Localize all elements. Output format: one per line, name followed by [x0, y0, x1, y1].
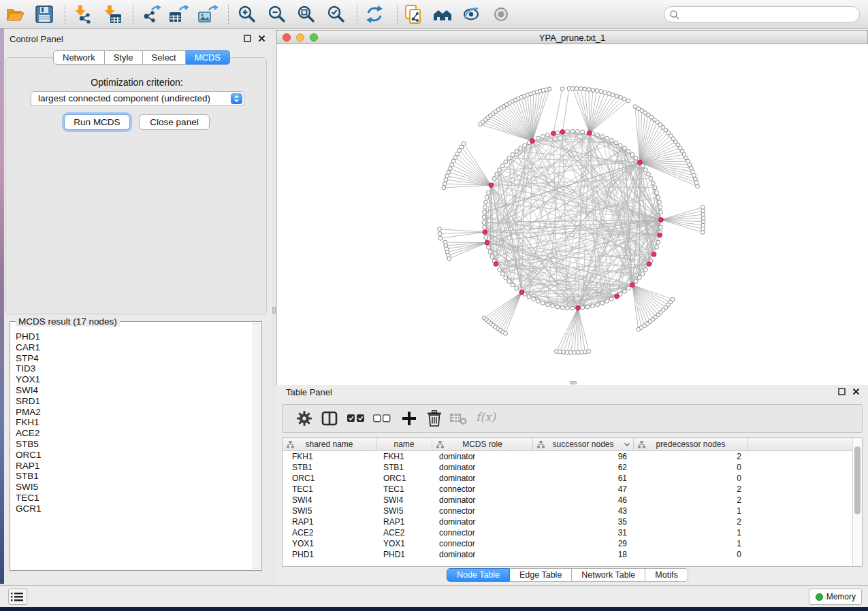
close-panel-button[interactable]: Close panel	[139, 114, 210, 130]
table-row[interactable]: RAP1RAP1dominator352	[283, 516, 852, 527]
table-row[interactable]: ACE2ACE2connector311	[283, 527, 852, 538]
zoom-out-icon[interactable]	[267, 4, 287, 24]
table-cell: 29	[533, 538, 634, 549]
network-manager-icon[interactable]	[432, 4, 453, 24]
export-image-icon[interactable]	[197, 4, 218, 24]
tab-node-table[interactable]: Node Table	[447, 568, 510, 582]
tab-motifs[interactable]: Motifs	[645, 568, 688, 582]
task-history-button[interactable]	[8, 589, 27, 605]
table-cell: TEC1	[376, 484, 432, 495]
mcds-result-box: MCDS result (17 nodes) PHD1CAR1STP4TID3Y…	[10, 321, 262, 571]
network-titlebar[interactable]: YPA_prune.txt_1	[276, 30, 868, 44]
mcds-result-item[interactable]: YOX1	[16, 374, 251, 385]
delete-table-icon[interactable]	[450, 413, 468, 428]
import-network-icon[interactable]	[73, 4, 93, 24]
zoom-in-icon[interactable]	[237, 4, 257, 24]
show-column-icon[interactable]	[321, 410, 338, 429]
mcds-result-item[interactable]: TID3	[16, 363, 251, 374]
search-input[interactable]	[664, 6, 860, 22]
mcds-result-item[interactable]: CAR1	[16, 342, 251, 353]
tab-select[interactable]: Select	[143, 50, 186, 65]
table-cell: ACE2	[376, 527, 432, 538]
close-panel-icon[interactable]	[258, 35, 266, 42]
table-scrollbar[interactable]	[852, 438, 862, 566]
open-file-icon[interactable]	[5, 4, 25, 24]
table-row[interactable]: ORC1ORC1dominator610	[283, 473, 852, 484]
select-all-icon[interactable]	[347, 414, 365, 426]
table-row[interactable]: YOX1YOX1connector291	[283, 538, 852, 549]
table-row[interactable]: STB1STB1dominator620	[283, 462, 852, 473]
memory-button[interactable]: Memory	[809, 589, 862, 605]
table-panel-title: Table Panel	[286, 387, 332, 397]
memory-status-icon	[816, 593, 823, 601]
mcds-result-item[interactable]: PHD1	[16, 331, 251, 342]
network-view[interactable]	[276, 44, 868, 385]
show-details-icon[interactable]	[492, 4, 512, 24]
table-cell: 46	[533, 495, 634, 506]
table-row[interactable]: PHD1PHD1dominator180	[283, 549, 852, 560]
clone-network-icon[interactable]	[403, 4, 423, 24]
zoom-selected-icon[interactable]	[326, 4, 347, 24]
refresh-icon[interactable]	[364, 4, 385, 24]
column-header-mcds-role[interactable]: MCDS role	[432, 438, 533, 451]
table-cell: connector	[432, 527, 533, 538]
table-cell: STB1	[283, 462, 376, 473]
close-table-panel-icon[interactable]	[852, 388, 860, 395]
deselect-all-icon[interactable]	[373, 414, 391, 426]
tab-edge-table[interactable]: Edge Table	[510, 568, 572, 582]
criterion-dropdown[interactable]: largest connected component (undirected)	[31, 91, 244, 106]
add-column-icon[interactable]	[401, 410, 417, 429]
export-table-icon[interactable]	[168, 4, 189, 24]
float-table-panel-icon[interactable]	[838, 388, 846, 395]
mcds-result-item[interactable]: SRD1	[16, 396, 251, 407]
table-cell: 1	[634, 538, 748, 549]
table-cell: YOX1	[283, 538, 376, 549]
mcds-result-item[interactable]: SWI5	[16, 482, 251, 493]
table-cell: dominator	[432, 451, 533, 462]
dropdown-stepper-icon	[231, 93, 242, 104]
column-header-shared-name[interactable]: shared name	[283, 438, 376, 451]
hide-details-icon[interactable]	[462, 4, 482, 24]
mcds-scrollbar[interactable]	[253, 323, 260, 569]
table-toolbar: f(x)	[282, 404, 863, 433]
tab-mcds[interactable]: MCDS	[186, 50, 230, 65]
table-cell: SWI5	[283, 506, 376, 516]
table-row[interactable]: SWI4SWI4dominator462	[283, 495, 852, 506]
import-table-icon[interactable]	[102, 4, 123, 24]
mcds-result-item[interactable]: STB5	[16, 439, 251, 450]
mcds-result-item[interactable]: ORC1	[16, 450, 251, 461]
table-settings-icon[interactable]	[296, 410, 312, 429]
save-session-icon[interactable]	[34, 4, 54, 24]
mcds-result-item[interactable]: FKH1	[16, 417, 251, 428]
column-header-successor-nodes[interactable]: successor nodes	[533, 438, 634, 451]
delete-column-icon[interactable]	[427, 410, 442, 429]
table-row[interactable]: TEC1TEC1connector472	[283, 484, 852, 495]
table-cell: 96	[533, 451, 634, 462]
column-header-name[interactable]: name	[376, 438, 432, 451]
mcds-result-item[interactable]: ACE2	[16, 428, 251, 439]
mcds-result-item[interactable]: SWI4	[16, 385, 251, 396]
table-cell: SWI5	[376, 506, 432, 516]
mcds-result-item[interactable]: RAP1	[16, 461, 251, 472]
tab-network-table[interactable]: Network Table	[572, 568, 645, 582]
mcds-result-item[interactable]: STB1	[16, 471, 251, 482]
export-network-icon[interactable]	[141, 4, 161, 24]
mcds-result-item[interactable]: GCR1	[16, 503, 251, 514]
run-mcds-button[interactable]: Run MCDS	[64, 114, 130, 130]
shared-column-icon	[287, 441, 294, 448]
table-row[interactable]: FKH1FKH1dominator962	[283, 451, 852, 462]
table-cell: ORC1	[283, 473, 376, 484]
tab-network[interactable]: Network	[53, 50, 105, 65]
float-panel-icon[interactable]	[244, 35, 251, 42]
control-panel: Control Panel Optimization criterion: Ne…	[4, 29, 272, 585]
tab-style[interactable]: Style	[105, 50, 143, 65]
column-header-predecessor-nodes[interactable]: predecessor nodes	[634, 438, 748, 451]
mcds-result-item[interactable]: TEC1	[16, 493, 251, 503]
zoom-fit-icon[interactable]	[296, 4, 317, 24]
table-row[interactable]: SWI5SWI5connector431	[283, 506, 852, 516]
mcds-result-item[interactable]: STP4	[16, 353, 251, 364]
table-cell: 2	[634, 451, 748, 462]
table-scrollbar-thumb[interactable]	[854, 446, 861, 514]
function-builder-icon[interactable]: f(x)	[476, 410, 496, 424]
mcds-result-item[interactable]: PMA2	[16, 407, 251, 418]
